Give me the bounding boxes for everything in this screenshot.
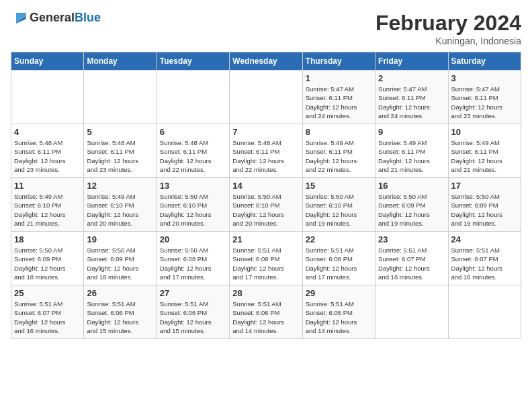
day-info: Sunrise: 5:49 AMSunset: 6:11 PMDaylight:… bbox=[451, 138, 518, 174]
day-number: 29 bbox=[306, 288, 372, 298]
day-number: 10 bbox=[451, 127, 518, 137]
day-number: 21 bbox=[232, 234, 299, 244]
day-info: Sunrise: 5:50 AMSunset: 6:10 PMDaylight:… bbox=[306, 192, 372, 228]
day-number: 27 bbox=[160, 288, 226, 298]
day-info: Sunrise: 5:50 AMSunset: 6:09 PMDaylight:… bbox=[87, 246, 153, 281]
calendar-cell: 6Sunrise: 5:48 AMSunset: 6:11 PMDaylight… bbox=[157, 124, 229, 178]
day-number: 5 bbox=[87, 127, 153, 137]
day-number: 1 bbox=[306, 73, 372, 83]
day-info: Sunrise: 5:50 AMSunset: 6:09 PMDaylight:… bbox=[451, 192, 518, 228]
week-row-5: 25Sunrise: 5:51 AMSunset: 6:07 PMDayligh… bbox=[11, 285, 521, 339]
calendar-cell: 15Sunrise: 5:50 AMSunset: 6:10 PMDayligh… bbox=[302, 178, 375, 232]
calendar-cell: 4Sunrise: 5:48 AMSunset: 6:11 PMDaylight… bbox=[11, 124, 84, 178]
day-number: 8 bbox=[306, 127, 372, 137]
day-number: 22 bbox=[306, 234, 372, 244]
day-number: 26 bbox=[87, 288, 153, 298]
day-info: Sunrise: 5:48 AMSunset: 6:11 PMDaylight:… bbox=[232, 138, 299, 174]
calendar-cell: 17Sunrise: 5:50 AMSunset: 6:09 PMDayligh… bbox=[448, 178, 521, 232]
calendar-cell: 13Sunrise: 5:50 AMSunset: 6:10 PMDayligh… bbox=[157, 178, 229, 232]
title-block: February 2024 Kuningan, Indonesia bbox=[375, 11, 521, 46]
week-row-1: 1Sunrise: 5:47 AMSunset: 6:11 PMDaylight… bbox=[11, 71, 521, 124]
day-number: 3 bbox=[451, 73, 518, 83]
day-info: Sunrise: 5:49 AMSunset: 6:11 PMDaylight:… bbox=[306, 138, 372, 174]
week-row-4: 18Sunrise: 5:50 AMSunset: 6:09 PMDayligh… bbox=[11, 232, 521, 285]
calendar-cell: 25Sunrise: 5:51 AMSunset: 6:07 PMDayligh… bbox=[11, 285, 84, 339]
day-info: Sunrise: 5:51 AMSunset: 6:08 PMDaylight:… bbox=[232, 246, 299, 281]
calendar-cell: 3Sunrise: 5:47 AMSunset: 6:11 PMDaylight… bbox=[448, 71, 521, 124]
day-info: Sunrise: 5:47 AMSunset: 6:11 PMDaylight:… bbox=[378, 85, 445, 120]
calendar-cell bbox=[448, 285, 521, 339]
logo-text: GeneralBlue bbox=[30, 11, 101, 25]
day-info: Sunrise: 5:51 AMSunset: 6:07 PMDaylight:… bbox=[14, 300, 81, 335]
calendar-cell: 2Sunrise: 5:47 AMSunset: 6:11 PMDaylight… bbox=[375, 71, 448, 124]
day-info: Sunrise: 5:47 AMSunset: 6:11 PMDaylight:… bbox=[306, 85, 372, 120]
calendar-cell: 24Sunrise: 5:51 AMSunset: 6:07 PMDayligh… bbox=[448, 232, 521, 285]
calendar-cell: 1Sunrise: 5:47 AMSunset: 6:11 PMDaylight… bbox=[302, 71, 375, 124]
calendar-cell: 29Sunrise: 5:51 AMSunset: 6:05 PMDayligh… bbox=[302, 285, 375, 339]
day-number: 14 bbox=[232, 181, 299, 191]
calendar-cell: 19Sunrise: 5:50 AMSunset: 6:09 PMDayligh… bbox=[84, 232, 157, 285]
calendar-cell: 8Sunrise: 5:49 AMSunset: 6:11 PMDaylight… bbox=[302, 124, 375, 178]
calendar-cell bbox=[84, 71, 157, 124]
header-row: SundayMondayTuesdayWednesdayThursdayFrid… bbox=[11, 52, 521, 71]
day-number: 16 bbox=[378, 181, 445, 191]
day-info: Sunrise: 5:50 AMSunset: 6:09 PMDaylight:… bbox=[14, 246, 81, 281]
calendar-cell: 28Sunrise: 5:51 AMSunset: 6:06 PMDayligh… bbox=[230, 285, 302, 339]
header-day-wednesday: Wednesday bbox=[230, 52, 302, 71]
calendar-cell: 22Sunrise: 5:51 AMSunset: 6:08 PMDayligh… bbox=[302, 232, 375, 285]
header-day-monday: Monday bbox=[84, 52, 157, 71]
calendar-cell: 23Sunrise: 5:51 AMSunset: 6:07 PMDayligh… bbox=[375, 232, 448, 285]
calendar-cell: 14Sunrise: 5:50 AMSunset: 6:10 PMDayligh… bbox=[230, 178, 302, 232]
day-number: 24 bbox=[451, 234, 518, 244]
day-info: Sunrise: 5:51 AMSunset: 6:06 PMDaylight:… bbox=[87, 300, 153, 335]
calendar-cell: 20Sunrise: 5:50 AMSunset: 6:08 PMDayligh… bbox=[157, 232, 229, 285]
calendar-subtitle: Kuningan, Indonesia bbox=[375, 36, 521, 46]
day-info: Sunrise: 5:51 AMSunset: 6:06 PMDaylight:… bbox=[160, 300, 226, 335]
day-number: 7 bbox=[232, 127, 299, 137]
calendar-cell: 5Sunrise: 5:48 AMSunset: 6:11 PMDaylight… bbox=[84, 124, 157, 178]
day-number: 11 bbox=[14, 181, 81, 191]
day-info: Sunrise: 5:50 AMSunset: 6:10 PMDaylight:… bbox=[160, 192, 226, 228]
header-day-tuesday: Tuesday bbox=[157, 52, 229, 71]
calendar-cell: 12Sunrise: 5:49 AMSunset: 6:10 PMDayligh… bbox=[84, 178, 157, 232]
day-number: 25 bbox=[14, 288, 81, 298]
day-info: Sunrise: 5:48 AMSunset: 6:11 PMDaylight:… bbox=[160, 138, 226, 174]
day-number: 23 bbox=[378, 234, 445, 244]
page-header: GeneralBlue February 2024 Kuningan, Indo… bbox=[11, 11, 521, 46]
day-number: 2 bbox=[378, 73, 445, 83]
day-number: 12 bbox=[87, 181, 153, 191]
week-row-2: 4Sunrise: 5:48 AMSunset: 6:11 PMDaylight… bbox=[11, 124, 521, 178]
calendar-cell bbox=[11, 71, 84, 124]
calendar-cell: 16Sunrise: 5:50 AMSunset: 6:09 PMDayligh… bbox=[375, 178, 448, 232]
header-day-thursday: Thursday bbox=[302, 52, 375, 71]
logo: GeneralBlue bbox=[11, 11, 101, 25]
calendar-cell: 9Sunrise: 5:49 AMSunset: 6:11 PMDaylight… bbox=[375, 124, 448, 178]
calendar-cell: 18Sunrise: 5:50 AMSunset: 6:09 PMDayligh… bbox=[11, 232, 84, 285]
day-info: Sunrise: 5:51 AMSunset: 6:06 PMDaylight:… bbox=[232, 300, 299, 335]
calendar-cell bbox=[157, 71, 229, 124]
logo-icon bbox=[11, 11, 27, 25]
day-info: Sunrise: 5:48 AMSunset: 6:11 PMDaylight:… bbox=[87, 138, 153, 174]
day-number: 6 bbox=[160, 127, 226, 137]
calendar-cell: 11Sunrise: 5:49 AMSunset: 6:10 PMDayligh… bbox=[11, 178, 84, 232]
calendar-cell: 21Sunrise: 5:51 AMSunset: 6:08 PMDayligh… bbox=[230, 232, 302, 285]
calendar-cell: 10Sunrise: 5:49 AMSunset: 6:11 PMDayligh… bbox=[448, 124, 521, 178]
day-info: Sunrise: 5:51 AMSunset: 6:08 PMDaylight:… bbox=[306, 246, 372, 281]
day-info: Sunrise: 5:48 AMSunset: 6:11 PMDaylight:… bbox=[14, 138, 81, 174]
calendar-table: SundayMondayTuesdayWednesdayThursdayFrid… bbox=[11, 52, 521, 339]
header-day-friday: Friday bbox=[375, 52, 448, 71]
day-info: Sunrise: 5:50 AMSunset: 6:09 PMDaylight:… bbox=[378, 192, 445, 228]
day-number: 20 bbox=[160, 234, 226, 244]
calendar-cell bbox=[375, 285, 448, 339]
day-info: Sunrise: 5:51 AMSunset: 6:07 PMDaylight:… bbox=[378, 246, 445, 281]
day-info: Sunrise: 5:51 AMSunset: 6:07 PMDaylight:… bbox=[451, 246, 518, 281]
calendar-cell: 27Sunrise: 5:51 AMSunset: 6:06 PMDayligh… bbox=[157, 285, 229, 339]
calendar-cell: 7Sunrise: 5:48 AMSunset: 6:11 PMDaylight… bbox=[230, 124, 302, 178]
day-number: 19 bbox=[87, 234, 153, 244]
day-info: Sunrise: 5:49 AMSunset: 6:11 PMDaylight:… bbox=[378, 138, 445, 174]
day-number: 4 bbox=[14, 127, 81, 137]
day-number: 18 bbox=[14, 234, 81, 244]
day-info: Sunrise: 5:47 AMSunset: 6:11 PMDaylight:… bbox=[451, 85, 518, 120]
day-number: 17 bbox=[451, 181, 518, 191]
day-info: Sunrise: 5:49 AMSunset: 6:10 PMDaylight:… bbox=[14, 192, 81, 228]
